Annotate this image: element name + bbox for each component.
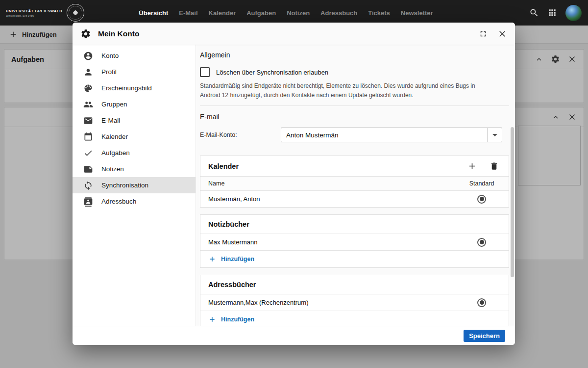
standard-cell (455, 195, 509, 204)
notebooks-card-title: Notizbücher (208, 220, 501, 228)
sidebar-item-label: Aufgaben (101, 149, 130, 157)
nav-item-adressbuch[interactable]: Adressbuch (315, 0, 363, 26)
university-logo-text: UNIVERSITÄT GREIFSWALD Wissen lockt. Sei… (6, 9, 62, 17)
topbar-actions (529, 5, 588, 21)
scrollbar-thumb[interactable] (511, 127, 514, 277)
table-row[interactable]: Mustermann,Max (Rechenzentrum) (200, 294, 509, 311)
palette-icon (83, 83, 93, 93)
sidebar-item-adressbuch[interactable]: Adressbuch (73, 193, 196, 210)
logo-line2: Wissen lockt. Seit 1456 (6, 14, 62, 17)
addressbooks-card: Adressbücher Mustermann,Max (Rechenzentr… (200, 275, 509, 326)
calendar-name: Mustermän, Anton (208, 195, 455, 203)
addressbooks-card-header: Adressbücher (200, 275, 509, 294)
check-icon (83, 148, 93, 158)
select-dropdown-button[interactable] (488, 128, 502, 142)
sidebar-item-label: Adressbuch (101, 198, 136, 205)
dialog-title: Mein Konto (98, 29, 139, 38)
general-section-heading: Allgemein (200, 45, 515, 59)
my-account-dialog: Mein Konto Konto Profil Erscheinungsbild (73, 23, 515, 345)
notebooks-card: Notizbücher Max Mustermann Hinzufügen (200, 214, 509, 268)
column-name: Name (208, 180, 455, 187)
add-calendar-icon[interactable] (467, 161, 477, 171)
group-icon (83, 100, 93, 109)
email-account-label: E-Mail-Konto: (200, 131, 281, 138)
calendar-card: Kalender Name Standard Mustermän, Anton (200, 156, 509, 208)
allow-delete-checkbox[interactable] (200, 67, 210, 77)
nav-item-notizen[interactable]: Notizen (281, 0, 315, 26)
nav-item-aufgaben[interactable]: Aufgaben (241, 0, 281, 26)
main-nav: Übersicht E-Mail Kalender Aufgaben Notiz… (133, 0, 438, 26)
sidebar-item-label: Erscheinungsbild (101, 84, 152, 92)
sidebar-item-label: Kalender (101, 133, 128, 140)
sidebar-item-profil[interactable]: Profil (73, 64, 196, 80)
add-addressbook-label: Hinzufügen (221, 316, 254, 323)
university-logo: UNIVERSITÄT GREIFSWALD Wissen lockt. Sei… (6, 4, 84, 22)
email-section-heading: E-mail (200, 106, 515, 121)
account-circle-icon (83, 51, 93, 61)
allow-delete-label[interactable]: Löschen über Synchronisation erlauben (216, 69, 328, 76)
sidebar-item-gruppen[interactable]: Gruppen (73, 96, 196, 112)
sidebar-item-label: Notizen (101, 165, 124, 173)
notebooks-card-header: Notizbücher (200, 215, 509, 234)
sidebar-item-label: Synchronisation (101, 182, 148, 189)
chevron-down-icon (492, 134, 497, 136)
calendar-card-actions (467, 161, 501, 171)
fullscreen-icon[interactable] (479, 29, 488, 38)
dialog-body: Konto Profil Erscheinungsbild Gruppen E-… (73, 45, 515, 326)
sync-icon (83, 181, 93, 190)
allow-delete-row: Löschen über Synchronisation erlauben (200, 67, 515, 77)
add-addressbook-button[interactable]: Hinzufügen (200, 311, 509, 326)
user-avatar[interactable] (565, 5, 582, 21)
email-account-row: E-Mail-Konto: Anton Mustermän (200, 128, 515, 142)
addressbook-name: Mustermann,Max (Rechenzentrum) (208, 299, 455, 306)
calendar-card-header: Kalender (200, 156, 509, 176)
dialog-controls (479, 29, 507, 39)
dialog-footer: Speichern (73, 326, 515, 345)
sidebar-item-notizen[interactable]: Notizen (73, 161, 196, 177)
email-account-select[interactable]: Anton Mustermän (281, 128, 502, 142)
top-navigation-bar: UNIVERSITÄT GREIFSWALD Wissen lockt. Sei… (0, 0, 588, 26)
sidebar-item-aufgaben[interactable]: Aufgaben (73, 145, 196, 161)
sidebar-item-label: E-Mail (101, 117, 120, 124)
synchronisation-settings-panel: Allgemein Löschen über Synchronisation e… (196, 45, 515, 326)
sidebar-item-synchronisation[interactable]: Synchronisation (73, 177, 196, 193)
sidebar-item-konto[interactable]: Konto (73, 48, 196, 64)
nav-item-kalender[interactable]: Kalender (203, 0, 242, 26)
nav-item-tickets[interactable]: Tickets (363, 0, 395, 26)
sidebar-item-label: Konto (101, 52, 119, 59)
table-row[interactable]: Max Mustermann (200, 234, 509, 250)
save-button[interactable]: Speichern (464, 330, 505, 342)
calendar-table-header: Name Standard (200, 176, 509, 190)
close-icon[interactable] (497, 29, 507, 39)
sidebar-item-label: Profil (101, 68, 117, 76)
university-seal-icon (67, 4, 84, 22)
contacts-icon (83, 197, 93, 207)
standard-radio[interactable] (477, 195, 486, 204)
add-notebook-button[interactable]: Hinzufügen (200, 250, 509, 267)
allow-delete-help-text: Standardmäßig sind Endgeräte nicht berec… (200, 81, 483, 100)
sidebar-item-kalender[interactable]: Kalender (73, 129, 196, 145)
settings-sidebar: Konto Profil Erscheinungsbild Gruppen E-… (73, 45, 196, 326)
plus-icon (208, 255, 216, 263)
standard-cell (455, 238, 509, 247)
sidebar-item-label: Gruppen (101, 101, 127, 108)
notebook-name: Max Mustermann (208, 238, 455, 246)
standard-radio[interactable] (477, 298, 486, 307)
sidebar-item-email[interactable]: E-Mail (73, 112, 196, 129)
calendar-icon (83, 132, 93, 142)
person-icon (83, 67, 93, 77)
delete-calendar-icon[interactable] (490, 161, 499, 171)
email-account-value: Anton Mustermän (281, 128, 488, 142)
standard-radio[interactable] (477, 238, 486, 247)
nav-item-newsletter[interactable]: Newsletter (395, 0, 439, 26)
nav-item-email[interactable]: E-Mail (173, 0, 203, 26)
dialog-header: Mein Konto (73, 23, 515, 45)
sidebar-item-erscheinungsbild[interactable]: Erscheinungsbild (73, 80, 196, 96)
apps-grid-icon[interactable] (547, 8, 557, 18)
table-row[interactable]: Mustermän, Anton (200, 190, 509, 207)
search-icon[interactable] (529, 8, 539, 18)
addressbooks-card-title: Adressbücher (208, 281, 501, 289)
logo-line1: UNIVERSITÄT GREIFSWALD (6, 9, 62, 13)
nav-item-uebersicht[interactable]: Übersicht (133, 0, 173, 26)
column-standard: Standard (455, 180, 509, 187)
